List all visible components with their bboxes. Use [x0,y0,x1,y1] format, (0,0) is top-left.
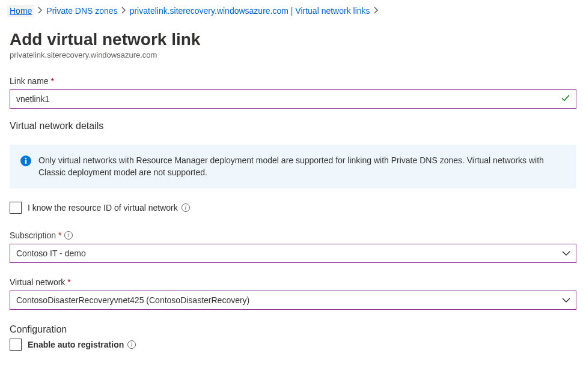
chevron-right-icon [38,7,43,16]
info-icon [20,155,31,166]
info-text: Only virtual networks with Resource Mana… [38,154,566,179]
know-resource-id-checkbox[interactable] [10,202,22,214]
chevron-right-icon [374,7,379,16]
help-icon[interactable]: i [64,231,73,240]
know-resource-id-label: I know the resource ID of virtual networ… [28,203,190,213]
link-name-input[interactable] [10,89,576,109]
vnet-details-heading: Virtual network details [10,121,576,131]
breadcrumb-dns-zones[interactable]: Private DNS zones [46,6,117,16]
subscription-label: Subscription * i [10,231,576,240]
required-indicator: * [51,76,54,86]
enable-auto-registration-checkbox[interactable] [10,339,22,351]
virtual-network-label: Virtual network * [10,277,576,287]
required-indicator: * [67,277,70,287]
required-indicator: * [58,231,61,240]
page-subtitle: privatelink.siterecovery.windowsazure.co… [10,50,576,59]
breadcrumb-home[interactable]: Home [7,5,34,17]
svg-point-1 [25,158,27,160]
chevron-right-icon [121,7,126,16]
svg-rect-2 [25,160,26,164]
help-icon[interactable]: i [127,340,136,349]
enable-auto-registration-label: Enable auto registration i [28,340,136,349]
link-name-label: Link name * [10,76,576,86]
subscription-dropdown[interactable]: Contoso IT - demo [10,244,576,263]
page-title: Add virtual network link [10,30,576,49]
breadcrumb-zone-detail[interactable]: privatelink.siterecovery.windowsazure.co… [130,6,370,16]
virtual-network-dropdown[interactable]: ContosoDisasterRecoveryvnet425 (ContosoD… [10,291,576,310]
help-icon[interactable]: i [182,204,190,212]
configuration-heading: Configuration [10,324,576,335]
breadcrumb: Home Private DNS zones privatelink.siter… [0,0,586,22]
checkmark-icon [561,94,570,105]
info-box: Only virtual networks with Resource Mana… [10,145,576,188]
